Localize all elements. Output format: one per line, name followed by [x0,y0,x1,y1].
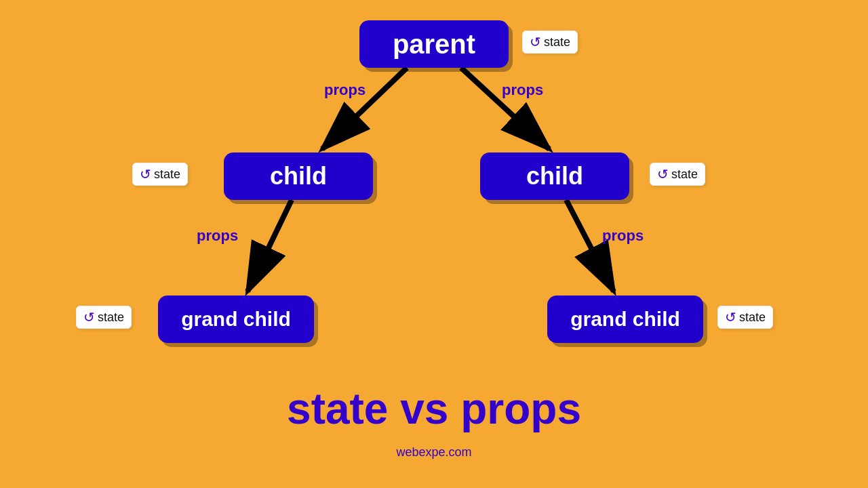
parent-node: parent [359,20,509,68]
main-container: props props props props parent ↺ state c… [0,0,868,488]
state-badge-child-left: ↺ state [132,163,188,186]
grandchild-right-node: grand child [547,296,703,343]
bottom-title: state vs props [0,384,868,434]
state-badge-parent: ↺ state [522,30,578,54]
props-label-parent-right: props [502,81,543,99]
state-badge-grandchild-left: ↺ state [76,306,132,329]
grandchild-left-node: grand child [158,296,314,343]
undo-icon-child-right: ↺ [657,166,669,182]
undo-icon-grandchild-right: ↺ [725,309,736,325]
props-label-parent-left: props [324,81,366,99]
svg-line-2 [248,200,292,291]
undo-icon-grandchild-left: ↺ [83,309,95,325]
props-label-child-right: props [602,227,644,245]
child-right-node: child [480,152,629,200]
undo-icon-child-left: ↺ [140,166,151,182]
child-left-node: child [224,152,373,200]
state-badge-grandchild-right: ↺ state [717,306,773,329]
svg-line-3 [566,200,614,291]
svg-line-1 [461,68,549,149]
props-label-child-left: props [197,227,238,245]
undo-icon-parent: ↺ [530,34,541,50]
state-badge-child-right: ↺ state [650,163,705,186]
svg-line-0 [322,68,407,149]
bottom-url: webexpe.com [0,445,868,460]
